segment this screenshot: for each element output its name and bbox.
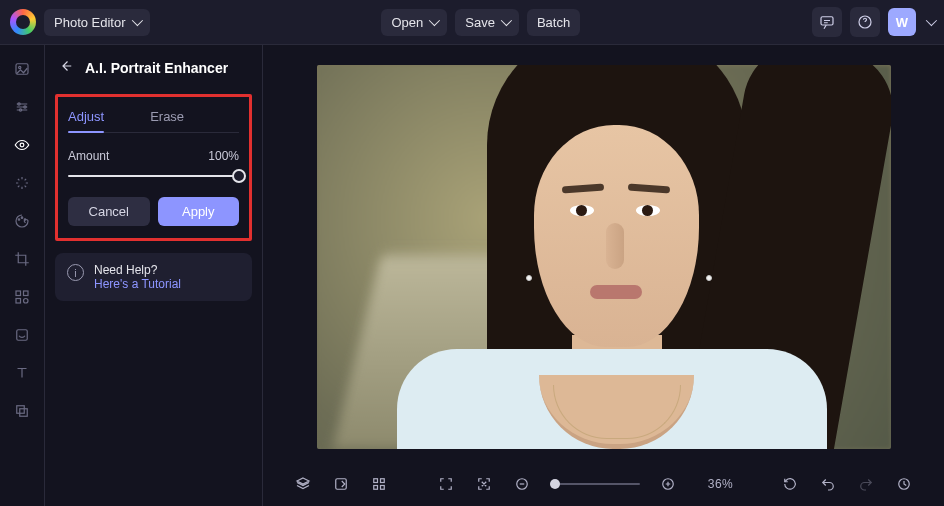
svg-rect-17 xyxy=(20,409,28,417)
tool-layers[interactable] xyxy=(12,401,32,421)
layers-button[interactable] xyxy=(293,474,313,494)
redo-button[interactable] xyxy=(856,474,876,494)
save-label: Save xyxy=(465,15,495,30)
fullscreen-icon xyxy=(437,475,455,493)
grid-icon xyxy=(370,475,388,493)
zoom-in-button[interactable] xyxy=(658,474,678,494)
zoom-slider[interactable] xyxy=(550,483,640,485)
canvas-area: 36% xyxy=(263,45,944,506)
undo-icon xyxy=(819,475,837,493)
save-button[interactable]: Save xyxy=(455,9,519,36)
zoom-thumb[interactable] xyxy=(550,479,560,489)
svg-rect-22 xyxy=(381,486,385,490)
help-icon xyxy=(856,13,874,31)
svg-point-14 xyxy=(24,299,29,304)
tool-elements[interactable] xyxy=(12,287,32,307)
control-panel: A.I. Portrait Enhancer Adjust Erase Amou… xyxy=(45,45,263,506)
tool-adjust[interactable] xyxy=(12,97,32,117)
svg-point-7 xyxy=(20,143,24,147)
toggle-original-button[interactable] xyxy=(331,474,351,494)
help-button[interactable] xyxy=(850,7,880,37)
svg-rect-15 xyxy=(17,330,28,341)
svg-point-3 xyxy=(19,66,21,68)
undo-button[interactable] xyxy=(818,474,838,494)
tool-text[interactable] xyxy=(12,363,32,383)
help-text: Need Help? xyxy=(94,263,181,277)
canvas-image[interactable] xyxy=(317,65,891,449)
app-logo xyxy=(10,9,36,35)
grid-button[interactable] xyxy=(369,474,389,494)
zoom-out-button[interactable] xyxy=(512,474,532,494)
svg-rect-11 xyxy=(16,291,21,296)
info-icon: i xyxy=(67,264,84,281)
amount-label: Amount xyxy=(68,149,109,163)
fit-button[interactable] xyxy=(474,474,494,494)
apply-button[interactable]: Apply xyxy=(158,197,240,226)
reset-icon xyxy=(781,475,799,493)
user-menu-chevron-icon[interactable] xyxy=(926,15,937,26)
compare-icon xyxy=(332,475,350,493)
chevron-down-icon xyxy=(501,15,512,26)
amount-value: 100% xyxy=(208,149,239,163)
svg-rect-20 xyxy=(381,479,385,483)
avatar-initial: W xyxy=(896,15,908,30)
plus-circle-icon xyxy=(659,475,677,493)
redo-icon xyxy=(857,475,875,493)
slider-thumb[interactable] xyxy=(232,169,246,183)
svg-rect-12 xyxy=(24,291,29,296)
cancel-button[interactable]: Cancel xyxy=(68,197,150,226)
feedback-button[interactable] xyxy=(812,7,842,37)
batch-label: Batch xyxy=(537,15,570,30)
open-button[interactable]: Open xyxy=(381,9,447,36)
back-button[interactable] xyxy=(57,57,75,78)
chevron-down-icon xyxy=(131,15,142,26)
tool-crop[interactable] xyxy=(12,249,32,269)
amount-slider[interactable] xyxy=(68,169,239,183)
batch-button[interactable]: Batch xyxy=(527,9,580,36)
top-bar: Photo Editor Open Save Batch W xyxy=(0,0,944,45)
tool-image[interactable] xyxy=(12,59,32,79)
slider-track xyxy=(68,175,239,177)
fit-icon xyxy=(475,475,493,493)
tab-adjust[interactable]: Adjust xyxy=(68,105,104,132)
svg-rect-16 xyxy=(17,406,25,414)
canvas-toolbar: 36% xyxy=(263,462,944,506)
fullscreen-button[interactable] xyxy=(436,474,456,494)
minus-circle-icon xyxy=(513,475,531,493)
tool-retouch[interactable] xyxy=(12,325,32,345)
svg-point-8 xyxy=(18,219,20,221)
enhancer-controls: Adjust Erase Amount 100% Cancel Apply xyxy=(55,94,252,241)
user-avatar[interactable]: W xyxy=(888,8,916,36)
chevron-down-icon xyxy=(429,15,440,26)
svg-rect-19 xyxy=(374,479,378,483)
tool-rail xyxy=(0,45,45,506)
zoom-percent: 36% xyxy=(708,477,734,491)
tutorial-link[interactable]: Here's a Tutorial xyxy=(94,277,181,291)
tab-erase[interactable]: Erase xyxy=(150,105,184,132)
chat-icon xyxy=(818,13,836,31)
arrow-left-icon xyxy=(57,57,75,75)
app-menu-dropdown[interactable]: Photo Editor xyxy=(44,9,150,36)
history-button[interactable] xyxy=(894,474,914,494)
help-box: i Need Help? Here's a Tutorial xyxy=(55,253,252,301)
panel-title: A.I. Portrait Enhancer xyxy=(85,60,228,76)
svg-rect-21 xyxy=(374,486,378,490)
svg-rect-13 xyxy=(16,299,21,304)
tool-color[interactable] xyxy=(12,211,32,231)
history-icon xyxy=(895,475,913,493)
tool-ai-effects[interactable] xyxy=(12,173,32,193)
layers-icon xyxy=(294,475,312,493)
reset-button[interactable] xyxy=(780,474,800,494)
svg-point-9 xyxy=(21,217,23,219)
app-menu-label: Photo Editor xyxy=(54,15,126,30)
open-label: Open xyxy=(391,15,423,30)
tool-eye[interactable] xyxy=(12,135,32,155)
